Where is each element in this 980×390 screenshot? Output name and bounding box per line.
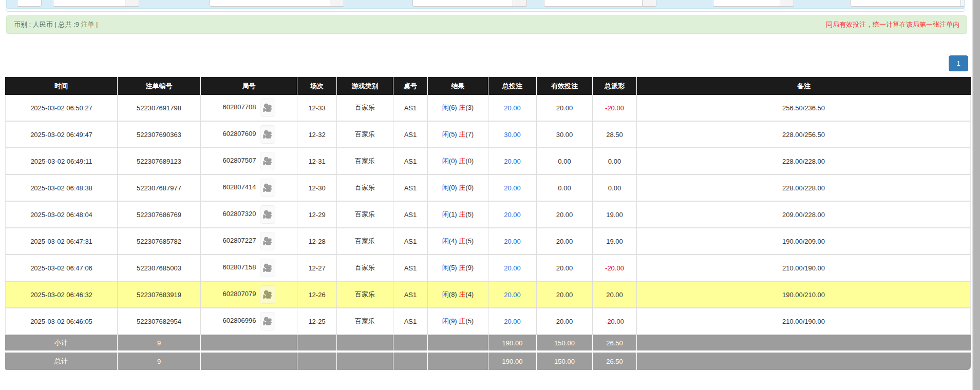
filter-input-1[interactable] bbox=[53, 0, 139, 7]
result-player-count: (9) bbox=[449, 317, 457, 325]
cell-round-id: 602807227🎥 bbox=[200, 228, 297, 255]
round-id-text: 602807079 bbox=[222, 290, 256, 298]
cell-total-bet: 20.00 bbox=[488, 175, 536, 202]
total-count: 9 bbox=[117, 353, 200, 370]
cell-round-id: 602807414🎥 bbox=[200, 175, 297, 202]
cell-note: 210.00/190.00 bbox=[636, 255, 971, 282]
video-replay-button[interactable]: 🎥 bbox=[260, 205, 275, 224]
cell-table-no: AS1 bbox=[393, 255, 427, 282]
result-banker-count: (0) bbox=[465, 184, 474, 191]
scrollbar[interactable] bbox=[972, 0, 980, 390]
result-banker-count: (4) bbox=[465, 290, 474, 298]
table-row: 2025-03-02 06:46:05522307682954602806996… bbox=[5, 308, 971, 335]
col-header-total-bet: 总投注 bbox=[488, 77, 536, 95]
result-banker-count: (5) bbox=[465, 317, 474, 325]
cell-payout: -20.00 bbox=[592, 308, 636, 335]
filter-bar bbox=[6, 0, 965, 9]
cell-valid-bet: 20.00 bbox=[536, 202, 592, 228]
filter-input-3[interactable] bbox=[412, 0, 527, 7]
cell-bet-id: 522307691798 bbox=[117, 95, 200, 122]
cell-valid-bet: 30.00 bbox=[536, 122, 592, 148]
cell-payout: 0.00 bbox=[592, 148, 636, 175]
scrollbar-thumb[interactable] bbox=[973, 0, 980, 390]
video-replay-button[interactable]: 🎥 bbox=[260, 99, 275, 117]
cell-payout: -20.00 bbox=[592, 255, 636, 282]
video-replay-button[interactable]: 🎥 bbox=[260, 125, 275, 144]
cell-valid-bet: 0.00 bbox=[536, 148, 592, 175]
input-addon-icon[interactable] bbox=[125, 0, 139, 7]
video-replay-button[interactable]: 🎥 bbox=[260, 179, 275, 197]
table-row: 2025-03-02 06:49:11522307689123602807507… bbox=[5, 148, 971, 175]
filter-input-0[interactable] bbox=[17, 0, 42, 7]
col-header-result: 结果 bbox=[427, 77, 488, 95]
video-replay-button[interactable]: 🎥 bbox=[260, 232, 275, 250]
result-player-count: (6) bbox=[449, 104, 457, 111]
input-addon-icon[interactable] bbox=[330, 0, 344, 7]
pagination-page-1-button[interactable]: 1 bbox=[949, 55, 968, 71]
cell-total-bet: 20.00 bbox=[488, 148, 536, 175]
cell-time: 2025-03-02 06:46:32 bbox=[5, 282, 117, 308]
cell-note: 228.00/228.00 bbox=[636, 148, 971, 175]
table-row: 2025-03-02 06:50:27522307691798602807708… bbox=[5, 95, 971, 122]
cell-table-no: AS1 bbox=[393, 308, 427, 335]
video-replay-button[interactable]: 🎥 bbox=[260, 285, 275, 304]
result-player-count: (8) bbox=[449, 290, 457, 298]
input-addon-icon[interactable] bbox=[513, 0, 527, 7]
cell-result: 闲(9) 庄(5) bbox=[427, 308, 488, 335]
cell-game-type: 百家乐 bbox=[336, 228, 393, 255]
video-icon: 🎥 bbox=[262, 130, 272, 139]
filter-input-6[interactable] bbox=[850, 0, 965, 7]
cell-valid-bet: 20.00 bbox=[536, 308, 592, 335]
cell-note: 190.00/210.00 bbox=[636, 282, 971, 308]
cell-total-bet: 20.00 bbox=[488, 282, 536, 308]
filter-input-5[interactable] bbox=[713, 0, 794, 7]
subtotal-count: 9 bbox=[117, 335, 200, 353]
result-player-label: 闲 bbox=[442, 290, 449, 298]
video-replay-button[interactable]: 🎥 bbox=[260, 152, 275, 170]
bet-records-table: 时间 注单编号 局号 场次 游戏类别 桌号 结果 总投注 有效投注 总派彩 备注… bbox=[5, 77, 971, 370]
round-id-text: 602807708 bbox=[222, 103, 256, 111]
cell-note: 209.00/228.00 bbox=[636, 202, 971, 228]
cell-bet-id: 522307683919 bbox=[117, 282, 200, 308]
filter-input-2[interactable] bbox=[210, 0, 344, 7]
cell-table-no: AS1 bbox=[393, 282, 427, 308]
result-player-label: 闲 bbox=[442, 264, 449, 271]
video-replay-button[interactable]: 🎥 bbox=[260, 259, 275, 277]
cell-time: 2025-03-02 06:47:06 bbox=[5, 255, 117, 282]
video-icon: 🎥 bbox=[262, 103, 272, 112]
input-addon-icon[interactable] bbox=[961, 0, 965, 7]
result-banker-label: 庄 bbox=[459, 317, 465, 325]
cell-table-no: AS1 bbox=[393, 202, 427, 228]
video-icon: 🎥 bbox=[262, 237, 272, 245]
subtotal-valid-bet: 150.00 bbox=[536, 335, 592, 353]
video-replay-button[interactable]: 🎥 bbox=[260, 312, 275, 330]
cell-result: 闲(8) 庄(4) bbox=[427, 282, 488, 308]
table-row: 2025-03-02 06:49:47522307690363602807609… bbox=[5, 122, 971, 148]
cell-round-id: 602807079🎥 bbox=[200, 282, 297, 308]
input-addon-icon[interactable] bbox=[643, 0, 656, 7]
result-player-label: 闲 bbox=[442, 317, 449, 325]
cell-note: 210.00/190.00 bbox=[636, 308, 971, 335]
result-banker-label: 庄 bbox=[459, 264, 465, 271]
round-id-text: 602807320 bbox=[222, 210, 256, 218]
col-header-session: 场次 bbox=[297, 77, 336, 95]
input-addon-icon[interactable] bbox=[780, 0, 794, 7]
col-header-valid-bet: 有效投注 bbox=[536, 77, 592, 95]
cell-game-type: 百家乐 bbox=[336, 282, 393, 308]
cell-time: 2025-03-02 06:47:31 bbox=[5, 228, 117, 255]
cell-payout: 28.50 bbox=[592, 122, 636, 148]
table-row: 2025-03-02 06:48:04522307686769602807320… bbox=[5, 202, 971, 228]
cell-round-id: 602807158🎥 bbox=[200, 255, 297, 282]
cell-bet-id: 522307685003 bbox=[117, 255, 200, 282]
cell-session: 12-26 bbox=[297, 282, 336, 308]
cell-round-id: 602807507🎥 bbox=[200, 148, 297, 175]
table-row: 2025-03-02 06:47:06522307685003602807158… bbox=[5, 255, 971, 282]
cell-round-id: 602807708🎥 bbox=[200, 95, 297, 122]
round-id-text: 602807158 bbox=[222, 263, 256, 271]
subtotal-total-bet: 190.00 bbox=[488, 335, 536, 353]
cell-time: 2025-03-02 06:50:27 bbox=[5, 95, 117, 122]
filter-input-4[interactable] bbox=[544, 0, 656, 7]
cell-result: 闲(4) 庄(5) bbox=[427, 228, 488, 255]
table-body: 2025-03-02 06:50:27522307691798602807708… bbox=[5, 95, 971, 335]
result-banker-count: (0) bbox=[465, 157, 474, 165]
